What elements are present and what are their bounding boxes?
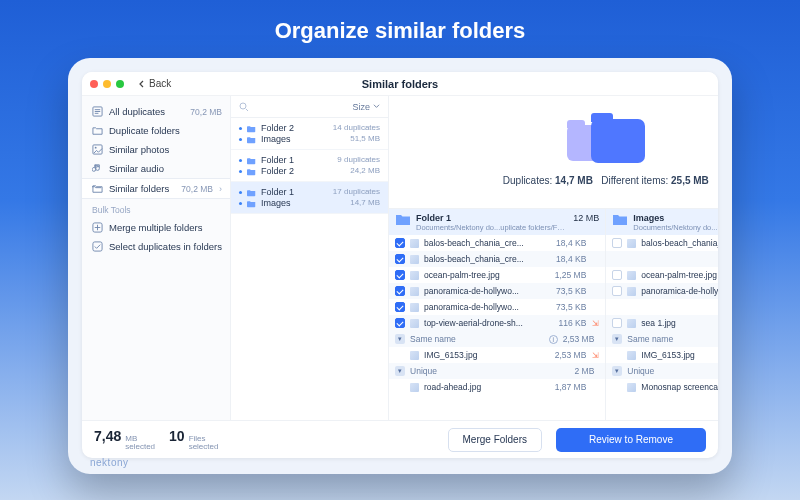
sidebar-item-all-duplicates[interactable]: All duplicates70,2 MB <box>82 102 230 121</box>
bulk-tool-label: Select duplicates in folders <box>109 241 222 252</box>
zoom-icon[interactable] <box>116 80 124 88</box>
checkbox[interactable] <box>612 318 622 328</box>
sidebar-item-label: Similar photos <box>109 144 222 155</box>
merge-folders-button[interactable]: Merge Folders <box>448 428 542 452</box>
pair-dup-count: 14 duplicates <box>333 123 380 132</box>
folder-pair-list: Size Folder 214 duplicatesImages51,5 MBF… <box>231 96 389 420</box>
footer: 7,48 MBselected 10 Filesselected Merge F… <box>82 420 718 458</box>
file-thumb-icon <box>410 271 419 280</box>
file-thumb-icon <box>410 287 419 296</box>
checkbox[interactable] <box>612 238 622 248</box>
bulk-tool-merge-multiple-folders[interactable]: Merge multiple folders <box>82 218 230 237</box>
file-thumb-icon <box>410 383 419 392</box>
close-icon[interactable] <box>90 80 98 88</box>
folder-pair[interactable]: Folder 117 duplicatesImages14,7 MB <box>231 182 388 214</box>
bulk-tool-select-duplicates-in-folders[interactable]: Select duplicates in folders <box>82 237 230 256</box>
file-name: IMG_6153.jpg <box>424 350 550 360</box>
sidebar-item-icon <box>92 183 103 194</box>
file-size: 2,53 MB <box>555 350 587 360</box>
minimize-icon[interactable] <box>103 80 111 88</box>
pair-dup-count: 17 duplicates <box>333 187 380 196</box>
sidebar-bulk-header: Bulk Tools <box>82 199 230 218</box>
checkbox[interactable] <box>395 254 405 264</box>
group-unique[interactable]: ▾Unique2 MB <box>389 363 605 379</box>
pair-folder-b: Images <box>261 198 291 208</box>
group-label: Unique <box>627 366 718 376</box>
file-name: balos-beach_chania_cre... <box>424 238 551 248</box>
file-row[interactable]: IMG_6153.jpg3,04 MB <box>606 347 718 363</box>
group-same-name[interactable]: ▾Same namei2,53 MB <box>389 331 605 347</box>
hero-title: Organize similar folders <box>0 0 800 58</box>
file-name: Monosnap screencast 2... <box>641 382 718 392</box>
file-row[interactable]: sea 1.jpg116 KB <box>606 315 718 331</box>
bulk-tool-icon <box>92 222 103 233</box>
info-icon[interactable]: i <box>549 335 558 344</box>
checkbox[interactable] <box>612 286 622 296</box>
checkbox[interactable] <box>395 238 405 248</box>
sidebar-item-similar-photos[interactable]: Similar photos <box>82 140 230 159</box>
file-name: balos-beach_chania_cre... <box>641 238 718 248</box>
sort-label: Size <box>353 102 371 112</box>
review-to-remove-button[interactable]: Review to Remove <box>556 428 706 452</box>
file-row[interactable]: top-view-aerial-drone-sh...116 KB⇲ <box>389 315 605 331</box>
column-folder-size: 12 MB <box>573 213 599 223</box>
file-thumb-icon <box>627 383 636 392</box>
file-thumb-icon <box>627 287 636 296</box>
file-row[interactable]: IMG_6153.jpg2,53 MB⇲ <box>389 347 605 363</box>
checkbox[interactable] <box>395 318 405 328</box>
checkbox[interactable] <box>395 302 405 312</box>
checkbox[interactable] <box>612 270 622 280</box>
file-name: balos-beach_chania_cre... <box>424 254 551 264</box>
sidebar-item-label: Duplicate folders <box>109 125 222 136</box>
sidebar-item-label: Similar folders <box>109 183 175 194</box>
file-name: sea 1.jpg <box>641 318 718 328</box>
compare-column-left: Folder 1Documents/Nektony do...uplicate … <box>389 209 606 420</box>
caret-down-icon: ▾ <box>395 366 405 376</box>
sidebar-item-similar-audio[interactable]: Similar audio <box>82 159 230 178</box>
file-row[interactable]: panoramica-de-hollywo...73,5 KB <box>606 283 718 299</box>
file-size: 18,4 KB <box>556 238 586 248</box>
group-same-name[interactable]: ▾Same name3,04 MB <box>606 331 718 347</box>
sidebar-item-size: 70,2 MB <box>181 184 213 194</box>
file-thumb-icon <box>410 319 419 328</box>
file-row[interactable]: panoramica-de-hollywo...73,5 KB <box>389 299 605 315</box>
sort-size-button[interactable]: Size <box>353 102 381 112</box>
group-unique[interactable]: ▾Unique17,9 MB <box>606 363 718 379</box>
chevron-down-icon <box>373 103 380 110</box>
compare-column-right: ImagesDocuments/Nektony do...uplicate fo… <box>606 209 718 420</box>
window-title: Similar folders <box>82 78 718 90</box>
pair-folder-b: Images <box>261 134 291 144</box>
folder-pair[interactable]: Folder 19 duplicatesFolder 224,2 MB <box>231 150 388 182</box>
sidebar-item-similar-folders[interactable]: Similar folders70,2 MB› <box>82 178 230 199</box>
pair-folder-a: Folder 2 <box>261 123 294 133</box>
file-row[interactable]: Monosnap screencast 2...6,72 MB <box>606 379 718 395</box>
file-row[interactable]: balos-beach_chania_cre...18,4 KB <box>606 235 718 251</box>
file-row[interactable]: balos-beach_chania_cre...18,4 KB <box>389 235 605 251</box>
file-row-empty <box>606 299 718 315</box>
brand-label: nektony <box>90 457 129 468</box>
checkbox[interactable] <box>395 270 405 280</box>
sidebar-item-duplicate-folders[interactable]: Duplicate folders <box>82 121 230 140</box>
file-row[interactable]: balos-beach_chania_cre...18,4 KB <box>389 251 605 267</box>
bulk-tool-label: Merge multiple folders <box>109 222 222 233</box>
file-row[interactable]: panoramica-de-hollywo...73,5 KB <box>389 283 605 299</box>
column-folder-name: Folder 1 <box>416 213 568 223</box>
file-thumb-icon <box>627 271 636 280</box>
group-label: Same name <box>410 334 544 344</box>
sidebar-item-label: All duplicates <box>109 106 184 117</box>
file-name: ocean-palm-tree.jpg <box>641 270 718 280</box>
pair-size: 14,7 MB <box>350 198 380 207</box>
group-label: Unique <box>410 366 569 376</box>
back-button[interactable]: Back <box>138 78 171 89</box>
search-bar[interactable]: Size <box>231 96 388 118</box>
checkbox[interactable] <box>395 286 405 296</box>
folder-pair[interactable]: Folder 214 duplicatesImages51,5 MB <box>231 118 388 150</box>
file-thumb-icon <box>410 351 419 360</box>
folders-illustration <box>567 119 645 169</box>
file-size: 73,5 KB <box>556 286 586 296</box>
file-row[interactable]: ocean-palm-tree.jpg1,25 MB <box>606 267 718 283</box>
file-row[interactable]: road-ahead.jpg1,87 MB <box>389 379 605 395</box>
traffic-lights[interactable] <box>90 80 124 88</box>
file-row[interactable]: ocean-palm-tree.jpg1,25 MB <box>389 267 605 283</box>
app-window: Back Similar folders All duplicates70,2 … <box>82 72 718 458</box>
